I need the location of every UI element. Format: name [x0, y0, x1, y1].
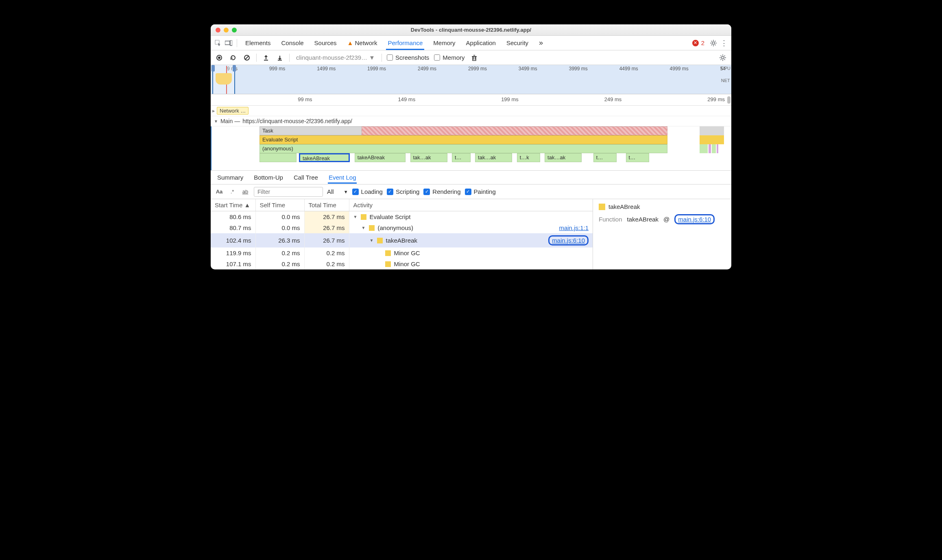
flame-chart[interactable]: Task Evaluate Script (anonymous) takeABr… [211, 126, 731, 171]
chevron-down-icon: ▼ [369, 54, 375, 61]
overview-timeline[interactable]: 9 ms999 ms1499 ms1999 ms2499 ms2999 ms34… [211, 65, 731, 94]
collapse-icon[interactable]: ▼ [214, 119, 218, 124]
upload-icon[interactable] [262, 53, 270, 62]
main-tabs: Elements Console Sources ▲Network Perfor… [211, 36, 731, 50]
tab-sources[interactable]: Sources [310, 36, 342, 50]
warning-icon: ▲ [347, 39, 353, 46]
overview-selection[interactable] [212, 65, 235, 94]
col-activity[interactable]: Activity [349, 199, 593, 211]
screenshots-checkbox[interactable]: Screenshots [387, 54, 429, 61]
expand-icon[interactable]: ▸ [212, 108, 215, 114]
flame-call[interactable]: takeABreak [355, 153, 406, 162]
titlebar: DevTools - clinquant-mousse-2f2396.netli… [211, 24, 731, 36]
flame-call[interactable]: t…k [517, 153, 540, 162]
network-track[interactable]: ▸ Network … [211, 106, 731, 116]
flame-call[interactable]: tak…ak [545, 153, 582, 162]
main-thread-header[interactable]: ▼ Main — https://clinquant-mousse-2f2396… [211, 116, 731, 126]
col-self[interactable]: Self Time [255, 199, 304, 211]
dtab-summary[interactable]: Summary [216, 171, 244, 183]
dtab-bottomup[interactable]: Bottom-Up [253, 171, 284, 183]
flame-eval[interactable]: Evaluate Script [259, 135, 667, 144]
flame-sidecluster [700, 126, 728, 167]
download-icon[interactable] [275, 53, 284, 62]
selection-handle-left[interactable] [212, 65, 215, 72]
activity-color-icon [377, 238, 383, 243]
table-row[interactable]: 102.4 ms26.3 ms26.7 ms▼takeABreakmain.js… [211, 233, 593, 247]
flame-anon[interactable]: (anonymous) [259, 144, 667, 153]
expand-icon[interactable]: ▼ [370, 238, 374, 243]
detail-timeline[interactable]: 99 ms149 ms199 ms249 ms299 ms [211, 94, 731, 106]
flame-call-selected[interactable]: takeABreak [299, 153, 350, 162]
table-row[interactable]: 119.9 ms0.2 ms0.2 msMinor GC [211, 247, 593, 258]
flame-call[interactable]: tak…ak [410, 153, 447, 162]
kebab-icon[interactable]: ⋮ [719, 38, 729, 48]
activity-color-icon [361, 214, 366, 220]
tabs-overflow[interactable]: » [534, 35, 548, 50]
sort-asc-icon: ▲ [244, 202, 251, 208]
reload-icon[interactable] [229, 53, 238, 62]
table-row[interactable]: 107.1 ms0.2 ms0.2 msMinor GC [211, 258, 593, 269]
filter-input[interactable] [254, 187, 323, 197]
record-icon[interactable] [215, 53, 224, 62]
wholeword-icon[interactable]: ab [241, 189, 250, 195]
settings-gear-icon[interactable] [718, 53, 727, 62]
tab-application[interactable]: Application [461, 36, 501, 50]
gc-icon[interactable] [470, 53, 479, 62]
perf-toolbar: clinquant-mousse-2f239…▼ Screenshots Mem… [211, 50, 731, 65]
gear-icon[interactable] [709, 38, 718, 48]
filter-scripting[interactable]: ✓Scripting [387, 188, 419, 195]
source-link[interactable]: main.js:6:10 [548, 235, 589, 245]
scrollbar-thumb[interactable] [727, 96, 730, 104]
regex-icon[interactable]: .* [228, 189, 237, 195]
selection-handle-right[interactable] [233, 65, 236, 72]
memory-label: Memory [443, 54, 464, 61]
flame-call[interactable]: tak…ak [475, 153, 512, 162]
clear-icon[interactable] [242, 53, 251, 62]
col-start[interactable]: Start Time ▲ [211, 199, 255, 211]
filter-painting[interactable]: ✓Painting [465, 188, 496, 195]
devtools-window: DevTools - clinquant-mousse-2f2396.netli… [211, 24, 731, 269]
table-row[interactable]: 80.7 ms0.0 ms26.7 ms▼(anonymous)main.js:… [211, 222, 593, 233]
at-symbol: @ [663, 216, 669, 223]
col-total[interactable]: Total Time [304, 199, 349, 211]
flame-call[interactable]: t… [593, 153, 617, 162]
tab-performance[interactable]: Performance [383, 36, 427, 50]
flame-call[interactable]: t… [452, 153, 471, 162]
memory-checkbox[interactable]: Memory [434, 54, 464, 61]
error-badge[interactable]: ✕ 2 [692, 39, 704, 46]
detail-title-text: takeABreak [608, 203, 640, 210]
main-url: https://clinquant-mousse-2f2396.netlify.… [242, 118, 352, 124]
activity-label: (anonymous) [378, 224, 414, 231]
minimize-icon[interactable] [224, 28, 229, 33]
function-source-link[interactable]: main.js:6:10 [674, 214, 715, 224]
tab-console[interactable]: Console [277, 36, 309, 50]
svg-point-3 [712, 42, 715, 44]
inspect-icon[interactable] [213, 38, 223, 48]
dtab-calltree[interactable]: Call Tree [293, 171, 319, 183]
device-icon[interactable] [224, 38, 233, 48]
event-log-pane: Start Time ▲ Self Time Total Time Activi… [211, 199, 593, 269]
filter-loading[interactable]: ✓Loading [352, 188, 383, 195]
filter-all-select[interactable]: All▼ [327, 188, 348, 195]
activity-color-icon [369, 225, 375, 231]
profile-select-label: clinquant-mousse-2f239… [296, 54, 367, 61]
window-title: DevTools - clinquant-mousse-2f2396.netli… [211, 27, 731, 33]
tab-elements[interactable]: Elements [240, 36, 276, 50]
activity-color-icon [385, 261, 391, 267]
profile-select[interactable]: clinquant-mousse-2f239…▼ [294, 53, 377, 62]
tab-memory[interactable]: Memory [428, 36, 460, 50]
filter-rendering[interactable]: ✓Rendering [423, 188, 460, 195]
close-icon[interactable] [216, 28, 220, 33]
dtab-eventlog[interactable]: Event Log [328, 171, 357, 183]
tab-security[interactable]: Security [502, 36, 533, 50]
case-icon[interactable]: Aa [215, 189, 224, 195]
zoom-icon[interactable] [232, 28, 237, 33]
expand-icon[interactable]: ▼ [362, 226, 366, 230]
source-link[interactable]: main.js:1:1 [559, 224, 589, 231]
expand-icon[interactable]: ▼ [353, 215, 358, 219]
table-row[interactable]: 80.6 ms0.0 ms26.7 ms▼Evaluate Script [211, 211, 593, 223]
activity-label: Minor GC [394, 250, 420, 256]
tab-network[interactable]: ▲Network [342, 36, 382, 50]
svg-point-9 [722, 56, 724, 59]
flame-call[interactable]: t… [626, 153, 649, 162]
